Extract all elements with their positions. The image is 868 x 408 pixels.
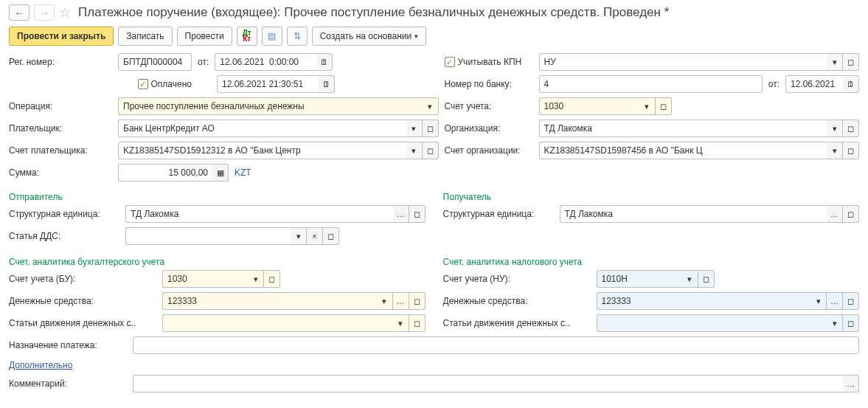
org-open-icon[interactable]: ◻ bbox=[843, 120, 859, 137]
dds-label: Статья ДДС: bbox=[9, 231, 119, 241]
cash-right-select-icon[interactable]: … bbox=[827, 292, 843, 310]
payer-acct-input[interactable] bbox=[118, 142, 406, 159]
cash-left-dropdown-icon[interactable]: ▾ bbox=[377, 292, 393, 310]
sum-input[interactable] bbox=[118, 164, 212, 181]
calendar-icon-3[interactable]: 🗓 bbox=[843, 75, 859, 93]
reg-number-label: Рег. номер: bbox=[9, 57, 112, 67]
flow-left-open-icon[interactable]: ◻ bbox=[409, 314, 426, 332]
dds-clear-icon[interactable]: × bbox=[307, 227, 323, 245]
recipient-struct-open-icon[interactable]: ◻ bbox=[843, 205, 859, 223]
nu-header: Счет, аналитика налогового учета bbox=[443, 257, 860, 267]
operation-dropdown-icon[interactable]: ▾ bbox=[423, 97, 439, 115]
hierarchy-icon: ⇅ bbox=[294, 31, 301, 41]
account-bu-dropdown-icon[interactable]: ▾ bbox=[248, 270, 264, 288]
calendar-icon-1[interactable]: 🗓 bbox=[316, 53, 333, 71]
comment-input[interactable] bbox=[133, 375, 843, 393]
org-acct-open-icon[interactable]: ◻ bbox=[843, 142, 859, 159]
flow-right-open-icon[interactable]: ◻ bbox=[843, 314, 859, 332]
sender-struct-select-icon[interactable]: … bbox=[393, 205, 409, 223]
flow-left-input[interactable] bbox=[162, 314, 393, 332]
payer-acct-open-icon[interactable]: ◻ bbox=[423, 142, 439, 159]
payer-dropdown-icon[interactable]: ▾ bbox=[406, 120, 423, 137]
cash-right-dropdown-icon[interactable]: ▾ bbox=[810, 292, 827, 310]
post-and-close-button[interactable]: Провести и закрыть bbox=[9, 27, 114, 46]
nu-input[interactable] bbox=[539, 53, 827, 71]
bank-date-input[interactable] bbox=[785, 75, 843, 93]
operation-input[interactable] bbox=[118, 97, 423, 115]
reg-number-input[interactable] bbox=[118, 53, 192, 71]
flow-left-dropdown-icon[interactable]: ▾ bbox=[393, 314, 409, 332]
recipient-struct-select-icon[interactable]: … bbox=[827, 205, 843, 223]
payer-label: Плательщик: bbox=[9, 123, 112, 134]
dds-dropdown-icon[interactable]: ▾ bbox=[291, 227, 307, 245]
cash-left-open-icon[interactable]: ◻ bbox=[409, 292, 426, 310]
nav-forward-button[interactable]: → bbox=[34, 4, 55, 21]
favorite-star-icon[interactable]: ☆ bbox=[59, 4, 71, 21]
calculator-icon[interactable]: ▦ bbox=[212, 164, 229, 181]
recipient-struct-label: Структурная единица: bbox=[443, 209, 554, 219]
dds-input[interactable] bbox=[125, 227, 291, 245]
date2-input[interactable] bbox=[217, 75, 319, 93]
bank-number-input[interactable] bbox=[539, 75, 763, 93]
flow-right-label: Статьи движения денежных с.. bbox=[443, 318, 591, 328]
dds-open-icon[interactable]: ◻ bbox=[323, 227, 339, 245]
nu-open-icon[interactable]: ◻ bbox=[843, 53, 859, 71]
payer-acct-dropdown-icon[interactable]: ▾ bbox=[406, 142, 423, 159]
post-button[interactable]: Провести bbox=[177, 27, 232, 46]
date1-input[interactable] bbox=[215, 53, 316, 71]
create-based-label: Создать на основании bbox=[320, 31, 412, 41]
save-button[interactable]: Записать bbox=[118, 27, 172, 46]
cash-left-label: Денежные средства: bbox=[9, 296, 156, 306]
account-nu-input[interactable] bbox=[597, 270, 682, 288]
report-button[interactable]: ▤ bbox=[262, 27, 282, 46]
calendar-icon-2[interactable]: 🗓 bbox=[319, 75, 335, 93]
paid-checkbox[interactable]: ✓ bbox=[138, 79, 148, 89]
account-bu-input[interactable] bbox=[162, 270, 248, 288]
structure-button[interactable]: ⇅ bbox=[287, 27, 308, 46]
flow-left-label: Статьи движения денежных с.. bbox=[9, 318, 156, 328]
sender-struct-input[interactable] bbox=[125, 205, 393, 223]
org-acct-dropdown-icon[interactable]: ▾ bbox=[827, 142, 843, 159]
cash-right-open-icon[interactable]: ◻ bbox=[843, 292, 859, 310]
sender-struct-open-icon[interactable]: ◻ bbox=[409, 205, 426, 223]
payer-open-icon[interactable]: ◻ bbox=[423, 120, 439, 137]
org-input[interactable] bbox=[539, 120, 827, 137]
org-acct-input[interactable] bbox=[539, 142, 827, 159]
sender-struct-label: Структурная единица: bbox=[9, 209, 119, 219]
consider-kpn-label: Учитывать КПН bbox=[458, 57, 522, 67]
comment-select-icon[interactable]: … bbox=[843, 375, 859, 393]
purpose-label: Назначение платежа: bbox=[9, 340, 127, 350]
account-nu-dropdown-icon[interactable]: ▾ bbox=[682, 270, 698, 288]
org-label: Организация: bbox=[445, 123, 533, 134]
from-label-2: от: bbox=[768, 79, 780, 89]
nu-dropdown-icon[interactable]: ▾ bbox=[827, 53, 843, 71]
debit-credit-button[interactable]: ДтКт bbox=[237, 27, 257, 46]
account-bu-open-icon[interactable]: ◻ bbox=[264, 270, 280, 288]
flow-right-dropdown-icon[interactable]: ▾ bbox=[827, 314, 843, 332]
cash-left-select-icon[interactable]: … bbox=[393, 292, 409, 310]
consider-kpn-checkbox[interactable]: ✓ bbox=[445, 57, 455, 67]
flow-right-input[interactable] bbox=[597, 314, 827, 332]
paid-label: Оплачено bbox=[151, 79, 192, 89]
account-bu-label: Счет учета (БУ): bbox=[9, 274, 156, 284]
account-nu-open-icon[interactable]: ◻ bbox=[698, 270, 715, 288]
additional-link[interactable]: Дополнительно bbox=[9, 360, 72, 370]
currency-label: KZT bbox=[235, 167, 251, 178]
cash-right-input[interactable] bbox=[597, 292, 811, 310]
from-label-1: от: bbox=[198, 57, 209, 67]
account-nu-label: Счет учета (НУ): bbox=[443, 274, 591, 284]
page-title: Платежное поручение (входящее): Прочее п… bbox=[78, 5, 669, 20]
account-input[interactable] bbox=[539, 97, 639, 115]
org-dropdown-icon[interactable]: ▾ bbox=[827, 120, 843, 137]
account-dropdown-icon[interactable]: ▾ bbox=[639, 97, 656, 115]
payer-acct-label: Счет плательщика: bbox=[9, 145, 112, 156]
cash-left-input[interactable] bbox=[162, 292, 377, 310]
recipient-struct-input[interactable] bbox=[560, 205, 827, 223]
purpose-input[interactable] bbox=[133, 336, 859, 354]
payer-input[interactable] bbox=[118, 120, 406, 137]
nav-back-button[interactable]: ← bbox=[9, 4, 29, 21]
account-label: Счет учета: bbox=[445, 101, 533, 111]
account-open-icon[interactable]: ◻ bbox=[656, 97, 672, 115]
create-based-button[interactable]: Создать на основании ▾ bbox=[312, 27, 427, 46]
chevron-down-icon: ▾ bbox=[414, 32, 418, 40]
